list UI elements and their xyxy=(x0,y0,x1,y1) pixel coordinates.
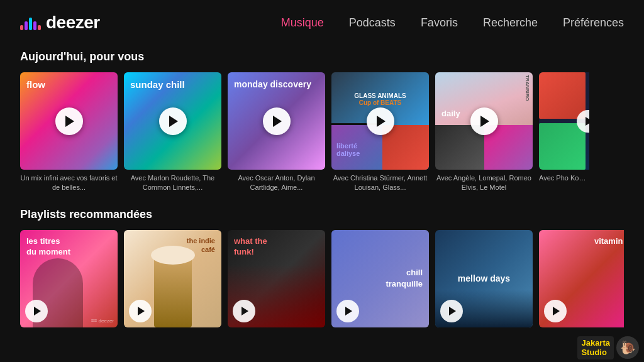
watermark-line1: Jakarta xyxy=(581,338,610,348)
today-section: Aujourd'hui, pour vous flow Un mix infin… xyxy=(20,50,624,193)
card-sunday-desc: Avec Marlon Roudette, The Common Linnets… xyxy=(124,173,221,193)
card-chill-img: chilltranquille xyxy=(331,230,429,327)
card-monday-img: monday discovery xyxy=(228,72,325,170)
card-monday-play[interactable] xyxy=(263,107,291,135)
card-funk-play[interactable] xyxy=(233,300,255,322)
card-chill-play[interactable] xyxy=(336,300,359,322)
card-sunday[interactable]: sunday chill Avec Marlon Roudette, The C… xyxy=(124,72,221,193)
card-monday[interactable]: monday discovery Avec Oscar Anton, Dylan… xyxy=(228,72,325,193)
nav-favoris[interactable]: Favoris xyxy=(421,16,458,30)
card-funk-img: what thefunk! xyxy=(228,230,325,327)
watermark-line2: Studio xyxy=(581,348,610,358)
watermark-icon: 🐌 xyxy=(616,336,639,359)
playlists-section: Playlists recommandées les titresdu mome… xyxy=(20,208,624,327)
nav-preferences[interactable]: Préférences xyxy=(563,16,624,30)
card-flow-desc: Un mix infini avec vos favoris et de bel… xyxy=(20,173,118,193)
card-mellow[interactable]: mellow days xyxy=(435,230,533,327)
card-titres-play[interactable] xyxy=(25,300,48,322)
logo[interactable]: deezer xyxy=(20,13,100,33)
card-flow[interactable]: flow Un mix infini avec vos favoris et d… xyxy=(20,72,118,193)
card-daily-desc: Avec Angèle, Lomepal, Romeo Elvis, Le Mo… xyxy=(435,173,533,193)
card-monday-desc: Avec Oscar Anton, Dylan Cartlidge, Aime.… xyxy=(228,173,325,193)
card-chart[interactable]: GLASS ANIMALSCup of BEATS libertédaliyse… xyxy=(331,72,429,193)
card-daily-angele[interactable]: TRANSIRO daily Avec Angèle, Lomepal, Rom… xyxy=(435,72,533,193)
card-vitamin[interactable]: vitamin d xyxy=(539,230,624,327)
card-chill[interactable]: chilltranquille xyxy=(331,230,429,327)
card-chart-desc: Avec Christina Stürmer, Annett Louisan, … xyxy=(331,173,429,193)
watermark: Jakarta Studio 🐌 xyxy=(577,336,639,359)
playlists-section-title: Playlists recommandées xyxy=(20,208,624,221)
card-sunday-label: sunday chill xyxy=(130,79,185,91)
card-monday-label: monday discovery xyxy=(234,79,311,90)
main-nav: Musique Podcasts Favoris Recherche Préfé… xyxy=(281,16,624,30)
today-section-title: Aujourd'hui, pour vous xyxy=(20,50,624,63)
logo-icon xyxy=(20,15,41,30)
card-partial[interactable]: daily Avec Pho Kooks, Pac xyxy=(539,72,589,193)
card-indie-img: the indiecafé xyxy=(124,230,221,327)
playlists-card-row: les titresdu moment ≡≡ deezer the indiec… xyxy=(20,230,624,327)
card-titres-img: les titresdu moment ≡≡ deezer xyxy=(20,230,118,327)
card-sunday-play[interactable] xyxy=(159,107,187,135)
card-titres[interactable]: les titresdu moment ≡≡ deezer xyxy=(20,230,118,327)
nav-recherche[interactable]: Recherche xyxy=(483,16,538,30)
card-vitamin-play[interactable] xyxy=(544,300,567,322)
card-mellow-img: mellow days xyxy=(435,230,533,327)
card-indie[interactable]: the indiecafé xyxy=(124,230,221,327)
today-card-row: flow Un mix infini avec vos favoris et d… xyxy=(20,72,624,193)
card-daily-play[interactable] xyxy=(470,107,498,135)
card-partial-img: daily xyxy=(539,72,589,170)
card-indie-play[interactable] xyxy=(129,300,152,322)
card-sunday-img: sunday chill xyxy=(124,72,221,170)
card-flow-play[interactable] xyxy=(55,107,83,135)
card-chart-play[interactable] xyxy=(367,107,394,135)
watermark-text: Jakarta Studio xyxy=(577,336,614,359)
card-partial-desc: Avec Pho Kooks, Pac xyxy=(539,173,589,183)
card-vitamin-img: vitamin d xyxy=(539,230,624,327)
card-chart-img: GLASS ANIMALSCup of BEATS libertédaliyse xyxy=(331,72,429,170)
card-flow-img: flow xyxy=(20,72,118,170)
card-funk[interactable]: what thefunk! xyxy=(228,230,325,327)
card-mellow-play[interactable] xyxy=(440,300,463,322)
card-daily-angele-img: TRANSIRO daily xyxy=(435,72,533,170)
card-daily-label: daily xyxy=(441,109,460,119)
main-content: Aujourd'hui, pour vous flow Un mix infin… xyxy=(0,45,644,327)
card-flow-label: flow xyxy=(26,79,45,91)
logo-text: deezer xyxy=(46,13,100,33)
header: deezer Musique Podcasts Favoris Recherch… xyxy=(0,0,644,45)
nav-podcasts[interactable]: Podcasts xyxy=(349,16,396,30)
nav-musique[interactable]: Musique xyxy=(281,16,324,30)
